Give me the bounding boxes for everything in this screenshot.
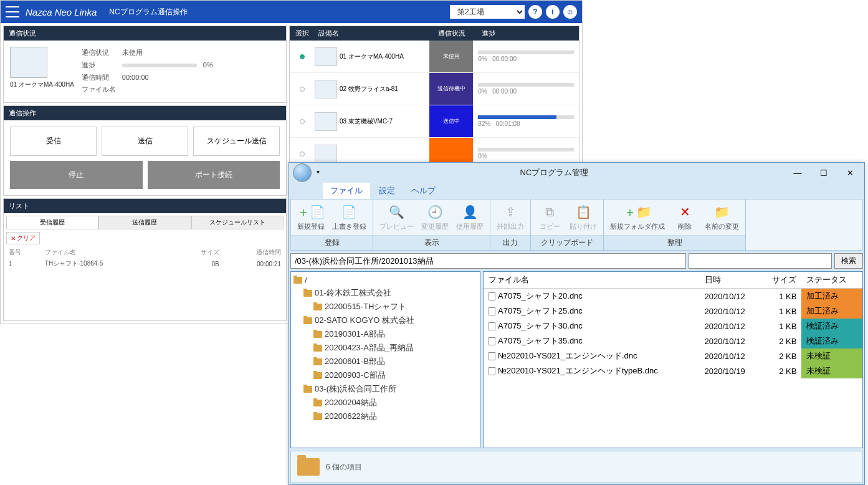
user-history-icon: 👤 [461, 203, 479, 221]
tree-node[interactable]: 03-(株)浜松合同工作所 [293, 382, 477, 396]
send-button[interactable]: 送信 [102, 127, 188, 156]
table-row[interactable]: 1 THシャフト-10864-5 0B 00:00:21 [6, 258, 284, 269]
tree-node[interactable]: 20200622納品 [293, 410, 477, 423]
tree-node[interactable]: 20190301-A部品 [293, 327, 477, 341]
folder-icon [303, 386, 312, 393]
radio-icon[interactable] [300, 119, 305, 124]
status-text: 6 個の項目 [326, 462, 362, 473]
menu-file[interactable]: ファイル [323, 183, 370, 199]
status-panel: 通信状況 01 オークマMA-400HA 通信状況未使用 進捗0% 通信時間00… [3, 26, 287, 103]
progress-bar [122, 64, 197, 67]
overwrite-register-button[interactable]: 📄上書き登録 [328, 202, 370, 233]
delete-button[interactable]: ✕削除 [669, 202, 701, 233]
paste-icon: 📋 [575, 203, 592, 221]
file-icon [489, 307, 495, 315]
tree-node[interactable]: 20200903-C部品 [293, 368, 477, 382]
stop-button[interactable]: 停止 [10, 161, 143, 189]
machine-thumb [315, 80, 337, 98]
progress-bar [478, 115, 574, 119]
titlebar[interactable]: ▾ NCプログラム管理 — ☐ ✕ [289, 163, 864, 183]
radio-icon[interactable] [300, 54, 305, 59]
status-panel-title: 通信状況 [4, 26, 286, 41]
port-connect-button[interactable]: ポート接続 [148, 161, 280, 189]
ops-panel-title: 通信操作 [4, 106, 286, 120]
user-icon[interactable]: ☺ [563, 5, 577, 19]
help-icon[interactable]: ? [528, 5, 542, 19]
folder-icon [303, 290, 312, 297]
tree-node[interactable]: 20200601-B部品 [293, 355, 477, 368]
export-icon: ⇪ [502, 203, 519, 221]
info-icon[interactable]: i [546, 5, 560, 19]
schedule-send-button[interactable]: スケジュール送信 [193, 127, 280, 156]
search-button[interactable]: 検索 [834, 253, 863, 269]
folder-icon [313, 400, 322, 406]
tab-schedule-list[interactable]: スケジュールリスト [191, 216, 284, 229]
receive-button[interactable]: 受信 [10, 127, 97, 156]
close-button[interactable]: ✕ [837, 164, 863, 181]
folder-icon [313, 413, 322, 420]
equipment-row[interactable]: 02 牧野フライスa-81送信待機中0% 00:00:00 [290, 73, 579, 105]
history-table: 番号 ファイル名 サイズ 通信時間 1 THシャフト-10864-5 0B 00… [6, 247, 284, 269]
plant-select[interactable]: 第2工場 [450, 5, 525, 19]
file-icon [489, 322, 495, 330]
copy-button[interactable]: ⧉コピー [533, 202, 566, 233]
file-row[interactable]: №202010-YS021_エンジンヘッド.dnc2020/10/122 KB未… [484, 348, 862, 363]
folder-icon [313, 345, 322, 352]
folder-icon [313, 331, 322, 338]
tree-node[interactable]: 20200204納品 [293, 396, 477, 410]
menu-settings[interactable]: 設定 [371, 183, 403, 199]
file-row[interactable]: A7075_シャフト25.dnc2020/10/121 KB加工済み [484, 304, 862, 319]
path-input[interactable] [290, 253, 686, 269]
search-input[interactable] [689, 253, 832, 269]
tree-node[interactable]: 20200515-THシャフト [293, 300, 477, 314]
file-icon [489, 337, 495, 345]
folder-icon [303, 317, 312, 324]
status-badge: 未使用 [429, 41, 473, 72]
clear-button[interactable]: ✕クリア [6, 232, 40, 244]
rename-button[interactable]: 📁名前の変更 [701, 202, 743, 233]
new-folder-button[interactable]: ＋📁新規フォルダ作成 [606, 202, 669, 233]
col-filename[interactable]: ファイル名 [484, 272, 700, 289]
page-title: NCプログラム通信操作 [109, 7, 187, 17]
tree-node[interactable]: 01-鈴木鉄工株式会社 [293, 286, 477, 300]
folder-icon [313, 358, 322, 365]
equipment-row[interactable]: 03 東芝機械VMC-7送信中82% 00:01:08 [290, 105, 579, 138]
status-badge: 未検証 [801, 363, 862, 378]
ribbon: ＋📄新規登録 📄上書き登録 登録 🔍プレビュー 🕘変更履歴 👤使用履歴 表示 ⇪… [290, 199, 863, 251]
col-size[interactable]: サイズ [760, 272, 801, 289]
tree-node[interactable]: / [293, 274, 477, 286]
nc-program-manager-window: ▾ NCプログラム管理 — ☐ ✕ ファイル 設定 ヘルプ ＋📄新規登録 📄上書… [289, 162, 865, 485]
equipment-row[interactable]: 01 オークマMA-400HA未使用0% 00:00:00 [290, 41, 579, 73]
search-file-icon: 🔍 [388, 203, 406, 221]
folder-tree[interactable]: /01-鈴木鉄工株式会社20200515-THシャフト02-SATO KOGYO… [290, 271, 480, 448]
status-badge: 送信中 [429, 105, 473, 137]
export-button[interactable]: ⇪外部出力 [493, 202, 528, 233]
file-row[interactable]: A7075_シャフト30.dnc2020/10/121 KB検証済み [484, 319, 862, 334]
file-list[interactable]: ファイル名 日時 サイズ ステータス A7075_シャフト20.dnc2020/… [483, 271, 863, 448]
tab-receive-history[interactable]: 受信履歴 [6, 216, 98, 229]
status-badge: 未検証 [801, 348, 862, 363]
minimize-button[interactable]: — [785, 164, 811, 181]
tab-send-history[interactable]: 送信履歴 [98, 216, 191, 229]
file-icon [489, 352, 495, 360]
radio-icon[interactable] [300, 87, 305, 92]
rename-icon: 📁 [713, 203, 731, 221]
copy-icon: ⧉ [541, 203, 558, 221]
menu-help[interactable]: ヘルプ [404, 183, 443, 199]
file-row[interactable]: №202010-YS021_エンジンヘッドtypeB.dnc2020/10/19… [484, 363, 862, 378]
new-register-button[interactable]: ＋📄新規登録 [293, 202, 328, 233]
maximize-button[interactable]: ☐ [811, 164, 837, 181]
menu-icon[interactable] [6, 6, 19, 17]
tree-node[interactable]: 02-SATO KOGYO 株式会社 [293, 314, 477, 327]
usage-history-button[interactable]: 👤使用履歴 [452, 202, 487, 233]
tree-node[interactable]: 20200423-A部品_再納品 [293, 341, 477, 355]
file-row[interactable]: A7075_シャフト35.dnc2020/10/122 KB検証済み [484, 334, 862, 348]
col-date[interactable]: 日時 [700, 272, 761, 289]
change-history-button[interactable]: 🕘変更履歴 [417, 202, 452, 233]
radio-icon[interactable] [300, 151, 305, 156]
folder-icon [313, 372, 322, 379]
col-status[interactable]: ステータス [801, 272, 862, 289]
file-row[interactable]: A7075_シャフト20.dnc2020/10/121 KB加工済み [484, 289, 862, 304]
preview-button[interactable]: 🔍プレビュー [376, 202, 417, 233]
paste-button[interactable]: 📋貼り付け [566, 202, 601, 233]
